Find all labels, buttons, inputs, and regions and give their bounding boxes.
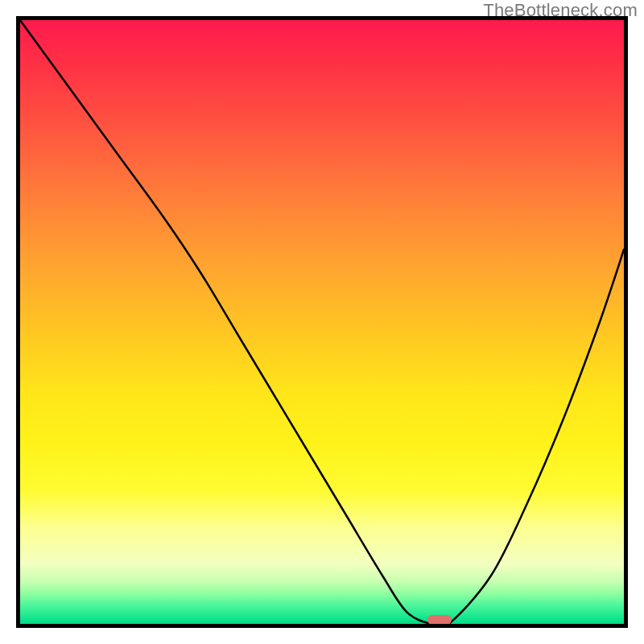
- chart-container: TheBottleneck.com: [0, 0, 644, 644]
- plot-area: [16, 16, 628, 628]
- bottleneck-curve: [20, 20, 624, 624]
- optimal-point-marker: [427, 615, 452, 625]
